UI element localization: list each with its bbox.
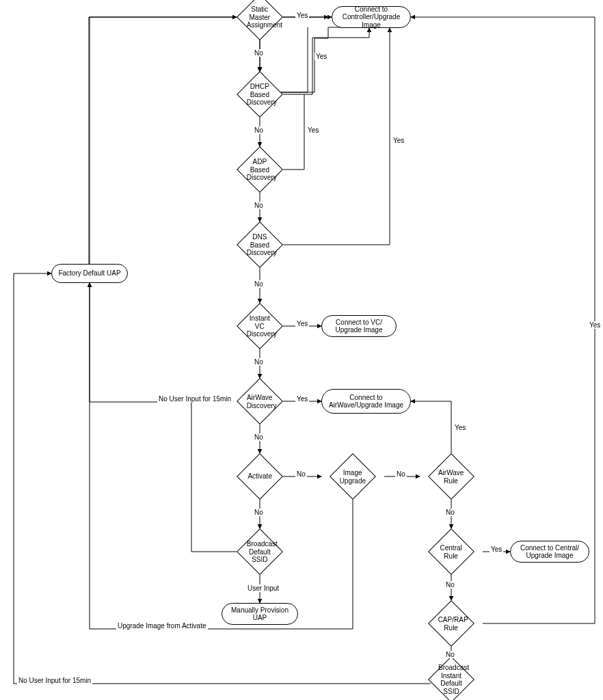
process-label: Factory Default UAP: [58, 269, 120, 278]
edge-label-no: No: [444, 651, 456, 658]
edge-label-no-user-15: No User Input for 15min: [17, 677, 92, 684]
decision-label: Image Upgrade: [340, 469, 366, 485]
edge-label-no: No: [253, 126, 265, 134]
decision-label: Instant VC Discovery: [247, 314, 273, 338]
decision-label: Activate: [247, 472, 273, 481]
edge-label-upgrade-activate: Upgrade Image from Activate: [116, 622, 208, 630]
flowchart-canvas: Static Master Assignment Connect to Cont…: [0, 0, 603, 700]
process-factory-default: Factory Default UAP: [51, 264, 128, 283]
process-connect-central: Connect to Central/ Upgrade Image: [510, 541, 589, 563]
edge-label-yes: Yes: [490, 546, 503, 553]
decision-label: DNS Based Discovery: [247, 233, 273, 257]
decision-label: Static Master Assignment: [247, 5, 273, 29]
edge-label-no: No: [253, 509, 265, 516]
decision-label: ADP Based Discovery: [247, 158, 273, 182]
edge-label-no: No: [253, 358, 265, 366]
edge-label-no: No: [395, 470, 407, 478]
process-label: Manually Provision UAP: [225, 606, 295, 622]
edge-label-yes: Yes: [295, 395, 309, 403]
decision-label: Broadcast Instant Default SSID: [438, 664, 464, 695]
edge-label-no: No: [253, 433, 265, 441]
process-label: Connect to AirWave/Upgrade Image: [325, 394, 407, 409]
edge-label-yes: Yes: [295, 12, 309, 19]
decision-label: AirWave Discovery: [247, 394, 273, 409]
edge-label-yes: Yes: [392, 137, 405, 144]
edge-label-no-user-15: No User Input for 15min: [157, 395, 232, 403]
edge-label-yes: Yes: [306, 126, 320, 134]
edge-label-no: No: [444, 581, 456, 589]
edge-label-no: No: [444, 509, 456, 516]
decision-label: DHCP Based Discovery: [247, 83, 273, 107]
edge-label-no: No: [295, 470, 307, 478]
decision-label: Broadcast Default SSID: [247, 540, 273, 564]
process-manual-provision: Manually Provision UAP: [222, 603, 298, 625]
edge-label-yes: Yes: [295, 320, 309, 327]
process-label: Connect to Central/ Upgrade Image: [513, 544, 586, 560]
edge-label-yes: Yes: [314, 53, 328, 60]
decision-label: CAP/RAP Rule: [438, 616, 464, 632]
process-label: Connect to Controller/Upgrade Image: [335, 5, 407, 29]
process-connect-controller: Connect to Controller/Upgrade Image: [332, 6, 411, 28]
edge-label-no: No: [253, 202, 265, 209]
decision-label: Central Rule: [438, 544, 464, 560]
process-connect-vc: Connect to VC/ Upgrade Image: [321, 315, 397, 337]
edge-label-yes: Yes: [453, 424, 467, 431]
connectors: [0, 0, 603, 700]
edge-label-no: No: [253, 280, 265, 288]
process-connect-airwave: Connect to AirWave/Upgrade Image: [321, 389, 411, 414]
edge-label-user-input: User Input: [246, 584, 280, 592]
edge-label-yes: Yes: [588, 321, 602, 329]
process-label: Connect to VC/ Upgrade Image: [325, 319, 393, 334]
decision-label: AirWave Rule: [438, 469, 464, 485]
edge-label-no: No: [253, 49, 265, 57]
